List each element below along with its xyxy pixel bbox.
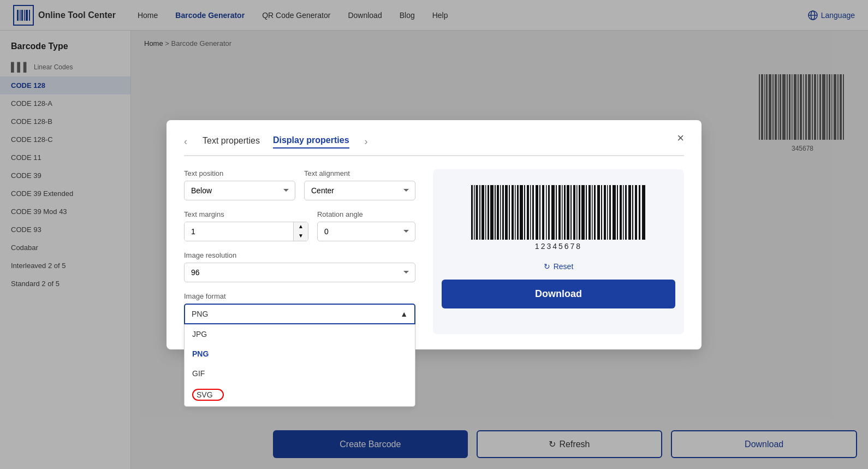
- reset-icon: ↻: [544, 262, 550, 271]
- svg-rect-91: [623, 185, 624, 240]
- text-margins-label: Text margins: [184, 210, 308, 218]
- rotation-select[interactable]: 0: [317, 222, 415, 241]
- text-position-group: Text position Below: [184, 169, 295, 200]
- rotation-label: Rotation angle: [317, 210, 415, 218]
- svg-text:12345678: 12345678: [535, 242, 582, 251]
- modal-overlay[interactable]: ‹ Text properties Display properties › ×…: [0, 0, 868, 469]
- svg-rect-80: [588, 185, 591, 240]
- text-margins-down[interactable]: ▼: [294, 231, 308, 241]
- modal-form: Text position Below Text alignment Cente…: [184, 169, 415, 334]
- reset-button[interactable]: ↻ Reset: [544, 262, 574, 271]
- svg-rect-56: [515, 185, 516, 240]
- svg-rect-43: [476, 185, 478, 240]
- format-option-png[interactable]: PNG: [185, 344, 415, 364]
- svg-rect-68: [551, 185, 555, 240]
- svg-rect-93: [628, 185, 631, 240]
- chevron-up-icon: ▲: [400, 310, 408, 318]
- text-margins-group: Text margins ▲ ▼: [184, 210, 308, 241]
- svg-rect-83: [597, 185, 600, 240]
- svg-rect-75: [573, 185, 575, 240]
- svg-rect-86: [607, 185, 608, 240]
- svg-rect-46: [485, 185, 486, 240]
- form-col-text-margins: Text margins ▲ ▼: [184, 210, 308, 251]
- modal-header: ‹ Text properties Display properties › ×: [184, 135, 684, 156]
- format-option-jpg[interactable]: JPG: [185, 324, 415, 344]
- svg-rect-45: [481, 185, 484, 240]
- reset-label: Reset: [554, 262, 574, 271]
- text-alignment-group: Text alignment Center: [304, 169, 415, 200]
- format-option-svg[interactable]: SVG: [185, 383, 415, 406]
- text-position-select[interactable]: Below: [184, 181, 295, 200]
- tab-text-properties[interactable]: Text properties: [203, 136, 260, 148]
- svg-rect-73: [567, 185, 569, 240]
- image-format-dropdown: JPG PNG GIF SVG: [184, 324, 415, 407]
- svg-rect-60: [527, 185, 529, 240]
- svg-rect-69: [556, 185, 557, 240]
- svg-rect-82: [594, 185, 596, 240]
- image-resolution-label: Image resolution: [184, 251, 415, 259]
- svg-rect-88: [613, 185, 616, 240]
- barcode-preview-svg: 12345678: [466, 182, 651, 253]
- svg-rect-95: [635, 185, 637, 240]
- image-format-group: Image format PNG ▲ JPG PNG GIF SVG: [184, 292, 415, 324]
- svg-rect-62: [532, 185, 534, 240]
- svg-rect-70: [558, 185, 561, 240]
- modal-next-button[interactable]: ›: [365, 136, 368, 147]
- svg-rect-48: [490, 185, 494, 240]
- text-margins-up[interactable]: ▲: [294, 222, 308, 231]
- svg-rect-53: [505, 185, 508, 240]
- svg-rect-90: [620, 185, 622, 240]
- rotation-group: Rotation angle 0: [317, 210, 415, 241]
- modal-prev-button[interactable]: ‹: [184, 136, 187, 147]
- svg-rect-64: [539, 185, 540, 240]
- svg-rect-65: [542, 185, 544, 240]
- text-position-label: Text position: [184, 169, 295, 177]
- svg-rect-72: [564, 185, 566, 240]
- form-col-rotation: Rotation angle 0: [317, 210, 415, 251]
- svg-circle-highlight: SVG: [192, 389, 224, 401]
- svg-rect-52: [502, 185, 504, 240]
- svg-rect-94: [632, 185, 633, 240]
- svg-rect-78: [581, 185, 585, 240]
- svg-rect-49: [495, 185, 496, 240]
- format-option-gif[interactable]: GIF: [185, 364, 415, 383]
- svg-rect-96: [639, 185, 640, 240]
- svg-rect-79: [586, 185, 587, 240]
- svg-rect-50: [497, 185, 499, 240]
- svg-rect-92: [625, 185, 627, 240]
- form-row-1: Text position Below Text alignment Cente…: [184, 169, 415, 210]
- svg-rect-85: [604, 185, 606, 240]
- svg-rect-89: [617, 185, 618, 240]
- text-alignment-select[interactable]: Center: [304, 181, 415, 200]
- svg-rect-61: [530, 185, 531, 240]
- svg-rect-67: [548, 185, 550, 240]
- svg-rect-71: [562, 185, 563, 240]
- text-margins-input[interactable]: [185, 222, 293, 241]
- image-format-label: Image format: [184, 292, 415, 300]
- image-format-selected-value: PNG: [192, 310, 208, 318]
- text-margins-spinners: ▲ ▼: [293, 222, 308, 241]
- image-format-container: PNG ▲ JPG PNG GIF SVG: [184, 304, 415, 324]
- svg-rect-41: [471, 185, 473, 240]
- svg-rect-97: [642, 185, 645, 240]
- form-col-text-alignment: Text alignment Center: [304, 169, 415, 210]
- svg-rect-58: [520, 185, 523, 240]
- modal-download-button[interactable]: Download: [442, 280, 675, 308]
- svg-rect-44: [479, 185, 480, 240]
- modal-close-button[interactable]: ×: [677, 131, 684, 145]
- form-col-text-position: Text position Below: [184, 169, 295, 210]
- text-alignment-label: Text alignment: [304, 169, 415, 177]
- image-resolution-group: Image resolution 96: [184, 251, 415, 282]
- tab-display-properties[interactable]: Display properties: [273, 135, 349, 149]
- svg-rect-51: [500, 185, 501, 240]
- svg-rect-59: [524, 185, 525, 240]
- modal-body: Text position Below Text alignment Cente…: [184, 169, 684, 334]
- image-format-select-button[interactable]: PNG ▲: [184, 304, 415, 324]
- svg-rect-74: [570, 185, 572, 240]
- barcode-preview: 12345678: [442, 182, 675, 253]
- properties-modal: ‹ Text properties Display properties › ×…: [167, 120, 701, 349]
- svg-rect-42: [474, 185, 475, 240]
- form-row-2: Text margins ▲ ▼ Rota: [184, 210, 415, 251]
- image-resolution-select[interactable]: 96: [184, 263, 415, 282]
- svg-rect-63: [536, 185, 538, 240]
